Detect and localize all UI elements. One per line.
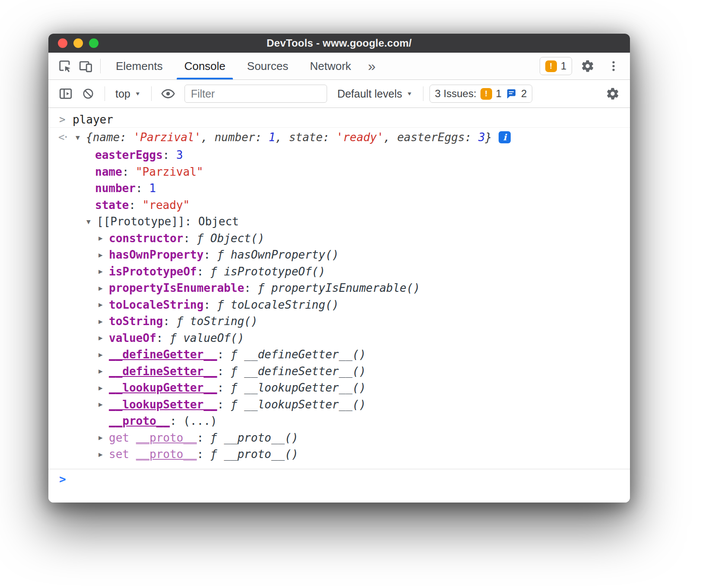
tab-elements[interactable]: Elements	[105, 53, 173, 79]
token: hasOwnProperty	[109, 248, 204, 261]
property-name: isPrototypeOf	[109, 265, 197, 278]
expander-right-icon[interactable]: ▶	[99, 234, 109, 242]
object-preview[interactable]: {name: 'Parzival', number: 1, state: 're…	[86, 131, 492, 144]
gear-icon	[581, 59, 595, 73]
more-tabs-button[interactable]: »	[362, 53, 382, 79]
property-value: ƒ Object()	[197, 232, 265, 245]
device-toolbar-button[interactable]	[75, 53, 96, 79]
expander-right-icon[interactable]: ▶	[99, 367, 109, 375]
expander-right-icon[interactable]: ▶	[99, 334, 109, 342]
token: ,	[384, 131, 397, 144]
error-count: 1	[561, 60, 566, 72]
console-row-prop[interactable]: ▶valueOf: ƒ valueOf()	[48, 330, 630, 347]
token: __defineSetter__	[109, 365, 217, 378]
eye-icon	[161, 86, 175, 101]
token: name	[95, 165, 122, 178]
property-name: valueOf	[109, 332, 156, 345]
token: name	[93, 131, 120, 144]
close-button[interactable]	[58, 38, 67, 48]
console-row-prop[interactable]: ▶propertyIsEnumerable: ƒ propertyIsEnume…	[48, 280, 630, 297]
create-live-expression-button[interactable]	[158, 86, 178, 101]
console-row-prop[interactable]: ▶__lookupGetter__: ƒ __lookupGetter__()	[48, 379, 630, 396]
minimize-button[interactable]	[73, 38, 83, 48]
console-row-result[interactable]: <·▼{name: 'Parzival', number: 1, state: …	[48, 128, 630, 147]
token: __lookupGetter__()	[244, 381, 366, 394]
colon-separator: :	[185, 215, 198, 228]
console-row-prop[interactable]: ▶__lookupSetter__: ƒ __lookupSetter__()	[48, 396, 630, 413]
property-name: get __proto__	[109, 431, 197, 444]
tab-label: Network	[310, 60, 351, 73]
device-toolbar-icon	[78, 59, 93, 73]
error-count-button[interactable]: ! 1	[540, 57, 572, 75]
console-prompt[interactable]: >	[48, 469, 630, 490]
property-name: state	[95, 199, 129, 212]
console-row-prop[interactable]: ▶toString: ƒ toString()	[48, 313, 630, 330]
expander-down-icon[interactable]: ▼	[86, 218, 97, 226]
console-row-prop[interactable]: ▶__defineSetter__: ƒ __defineSetter__()	[48, 363, 630, 380]
filter-input[interactable]	[184, 85, 327, 103]
console-row-prop[interactable]: ▶__defineGetter__: ƒ __defineGetter__()	[48, 346, 630, 363]
token: ,	[275, 131, 289, 144]
issue-message-count: 2	[521, 88, 527, 100]
expander-right-icon[interactable]: ▶	[99, 251, 109, 259]
tab-label: Elements	[116, 60, 162, 73]
token: :	[255, 131, 268, 144]
console-settings-button[interactable]	[602, 87, 623, 101]
expander-right-icon[interactable]: ▶	[99, 284, 109, 292]
property-name: toLocaleString	[109, 298, 204, 311]
expander-right-icon[interactable]: ▶	[99, 317, 109, 326]
token: ƒ	[210, 431, 224, 444]
console-sidebar-toggle[interactable]	[55, 86, 76, 101]
property-value: 3	[176, 149, 183, 161]
settings-gear-button[interactable]	[577, 59, 598, 73]
token: ƒ	[217, 298, 230, 311]
expander-right-icon[interactable]: ▶	[99, 433, 109, 442]
tab-network[interactable]: Network	[299, 53, 362, 79]
separator	[151, 86, 152, 101]
separator	[423, 86, 423, 101]
execution-context-dropdown[interactable]: top ▼	[111, 88, 145, 100]
expander-right-icon[interactable]: ▶	[99, 267, 109, 275]
console-row-prop[interactable]: ▼[[Prototype]]: Object	[48, 213, 630, 230]
colon-separator: :	[170, 414, 183, 427]
inspect-element-button[interactable]	[54, 53, 75, 79]
token: ƒ	[177, 315, 190, 328]
tab-console[interactable]: Console	[173, 53, 236, 79]
token: propertyIsEnumerable	[109, 281, 244, 294]
token: ƒ	[258, 281, 271, 294]
token: ƒ	[210, 448, 224, 461]
expander-right-icon[interactable]: ▶	[99, 300, 109, 309]
kebab-menu-icon	[607, 60, 620, 73]
console-row-prop[interactable]: ▶hasOwnProperty: ƒ hasOwnProperty()	[48, 247, 630, 263]
console-row-prop[interactable]: ▶isPrototypeOf: ƒ isPrototypeOf()	[48, 263, 630, 280]
token: Object	[198, 215, 239, 228]
expander-right-icon[interactable]: ▶	[99, 450, 109, 458]
tab-sources[interactable]: Sources	[236, 53, 299, 79]
info-icon: i	[499, 131, 511, 143]
colon-separator: :	[129, 199, 142, 212]
chevron-down-icon: ▼	[135, 91, 141, 97]
colon-separator: :	[122, 165, 136, 178]
token: state	[95, 199, 129, 212]
clear-console-button[interactable]	[78, 87, 99, 100]
property-name: set __proto__	[109, 448, 197, 461]
expander-right-icon[interactable]: ▶	[99, 384, 109, 392]
token: (...)	[183, 414, 217, 427]
log-level-dropdown[interactable]: Default levels ▼	[333, 88, 417, 100]
issues-button[interactable]: 3 Issues: ! 1 2	[429, 85, 533, 103]
colon-separator: :	[156, 332, 170, 345]
expander-down-icon[interactable]: ▼	[76, 133, 86, 142]
console-row-prop[interactable]: ▶toLocaleString: ƒ toLocaleString()	[48, 297, 630, 313]
console-row-prop[interactable]: ▶set __proto__: ƒ __proto__()	[48, 446, 630, 463]
gear-icon	[606, 87, 620, 101]
kebab-menu-button[interactable]	[603, 60, 624, 73]
token: toString()	[190, 315, 258, 328]
console-row-prop[interactable]: ▶constructor: ƒ Object()	[48, 230, 630, 247]
console-row-prop[interactable]: ▶get __proto__: ƒ __proto__()	[48, 430, 630, 446]
expander-right-icon[interactable]: ▶	[99, 351, 109, 359]
zoom-button[interactable]	[89, 38, 99, 48]
token: 'Parzival'	[134, 131, 201, 144]
token: ƒ	[197, 232, 210, 245]
property-value: Object	[198, 215, 239, 228]
expander-right-icon[interactable]: ▶	[99, 400, 109, 408]
